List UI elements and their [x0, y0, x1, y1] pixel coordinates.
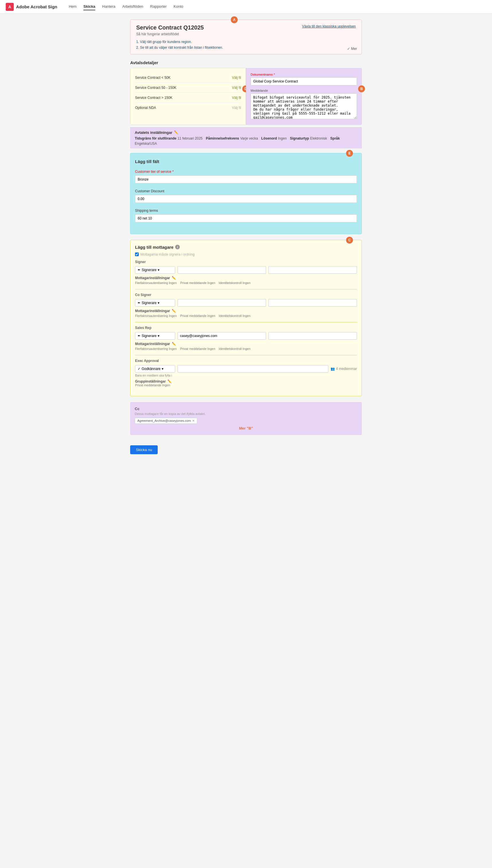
salesrep-name-input[interactable] [268, 332, 357, 339]
checkbox-label: Mottagarna måste signera i ordning [141, 252, 195, 256]
salesrep-edit-icon[interactable]: ✏️ [172, 342, 176, 346]
cosigner-details: Flerfaktorsautentisering Ingen Privat me… [135, 314, 357, 317]
doc-panel: B Dokumentnamn * Meddelande Bifogat bifo… [246, 68, 362, 125]
cc-remove-icon[interactable]: ✕ [192, 419, 195, 423]
cosigner-role-btn[interactable]: ✒ Signerare ▾ [135, 299, 175, 307]
pen-icon: ✒ [138, 268, 141, 272]
file-row-0: Service Contract < 50K Välj fil [135, 73, 241, 83]
badge-e: E [346, 150, 353, 157]
cosigner-edit-icon[interactable]: ✏️ [172, 309, 176, 313]
password-value: Ingen [278, 136, 287, 141]
badge-c: C [346, 237, 353, 244]
edit-settings-icon[interactable]: ✏️ [174, 130, 178, 134]
signer-role-btn[interactable]: ✒ Signerare ▾ [135, 266, 175, 274]
lang-key: Språk [330, 136, 340, 141]
recipient-group-signer: Signer ✒ Signerare ▾ Mottagarinställning… [135, 260, 357, 285]
avtal-section: D Service Contract < 50K Välj fil Servic… [130, 68, 362, 125]
exec-role-label: Godkännare [142, 367, 161, 371]
signer-name-input[interactable] [268, 266, 357, 274]
deadline-key: Tidsgräns för slutförande [135, 136, 176, 141]
exec-settings: Gruppinställningar ✏️ Privat meddelande … [135, 379, 357, 387]
signer-row: ✒ Signerare ▾ [135, 266, 357, 274]
file-choose-0[interactable]: Välj fil [232, 76, 241, 80]
message-textarea[interactable]: Bifogat bifogat serviceavtal för 2025. t… [251, 94, 357, 119]
separator-3 [135, 355, 357, 355]
message-label: Meddelande [251, 89, 357, 92]
exec-group-name-input[interactable] [177, 365, 328, 373]
app-logo: A Adobe Acrobat Sign [6, 3, 57, 11]
file-label-3: Optional NDA [135, 106, 156, 110]
falt-label-2: Shipping terms [135, 209, 357, 213]
falt-field-2: Shipping terms [135, 209, 357, 222]
header-more[interactable]: ✓ Mer [347, 47, 357, 51]
recipient-group-cosigner: Co Signer ✒ Signerare ▾ Mottagarinställn… [135, 293, 357, 317]
falt-field-1: Customer Discount [135, 189, 357, 203]
reminder-key: Påminnelsefrekvens [206, 136, 239, 141]
submit-button[interactable]: Skicka nu [130, 445, 158, 454]
signer-email-input[interactable] [177, 266, 266, 274]
salesrep-role-btn[interactable]: ✒ Signerare ▾ [135, 332, 175, 339]
checkbox-row: Mottagarna måste signera i ordning [135, 252, 357, 256]
nav-link-hem[interactable]: Hem [69, 3, 77, 10]
cosigner-settings-title: Mottagarinställningar ✏️ [135, 309, 357, 313]
cosigner-name-input[interactable] [268, 299, 357, 307]
file-label-0: Service Contract < 50K [135, 76, 171, 80]
falt-input-0[interactable] [135, 175, 357, 183]
settings-title-text: Avtalets inställningar [135, 130, 172, 135]
badge-b: B [358, 85, 365, 92]
check-icon: ✓ [138, 367, 141, 371]
chevron-down-icon-2: ▾ [158, 301, 159, 305]
order-checkbox[interactable] [135, 252, 139, 256]
file-choose-3[interactable]: Välj fil [232, 106, 241, 110]
file-row-3: Optional NDA Välj fil [135, 103, 241, 112]
mottagare-title-text: Lägg till mottagare [135, 245, 173, 250]
salesrep-detail-2: Identitetskontroll Ingen [219, 347, 251, 351]
exec-detail-0: Privat meddelande Ingen [135, 383, 357, 387]
falt-input-2[interactable] [135, 214, 357, 222]
nav-link-arbetsfloden[interactable]: Arbetsflöden [122, 3, 143, 10]
salesrep-row: ✒ Signerare ▾ [135, 332, 357, 339]
group-title-cosigner: Co Signer [135, 293, 357, 297]
exec-role-btn[interactable]: ✓ Godkännare ▾ [135, 365, 175, 373]
cosigner-settings: Mottagarinställningar ✏️ Flerfaktorsaute… [135, 309, 357, 317]
nav-link-konto[interactable]: Konto [173, 3, 183, 10]
salesrep-email-input[interactable] [177, 332, 266, 339]
signer-detail-2: Identitetskontroll Ingen [219, 281, 251, 285]
cc-section: Cc Dessa mottagare får en kopia av det i… [130, 402, 362, 435]
avtal-grid: D Service Contract < 50K Välj fil Servic… [130, 68, 362, 125]
group-title-signer: Signer [135, 260, 357, 264]
page-content: A Växla till den klassiska upplevelsen S… [126, 14, 366, 471]
file-row-1: Service Contract 50 - 150K Välj fil [135, 83, 241, 93]
signer-edit-icon[interactable]: ✏️ [172, 276, 176, 280]
sigtype-value: Elektronisk [310, 136, 327, 141]
file-choose-2[interactable]: Välj fil [232, 96, 241, 100]
info-icon[interactable]: i [175, 245, 180, 249]
reminder-value: Varje vecka [240, 136, 258, 141]
separator-1 [135, 289, 357, 289]
file-panel: D Service Contract < 50K Välj fil Servic… [130, 68, 246, 125]
exec-edit-icon[interactable]: ✏️ [168, 379, 172, 383]
falt-input-1[interactable] [135, 195, 357, 203]
nav-link-hantera[interactable]: Hantera [102, 3, 115, 10]
nav-link-rapporter[interactable]: Rapporter [150, 3, 167, 10]
nav-link-skicka[interactable]: Skicka [83, 3, 95, 10]
cosigner-role-label: Signerare [142, 301, 156, 305]
signer-settings-title: Mottagarinställningar ✏️ [135, 276, 357, 280]
salesrep-role-label: Signerare [142, 334, 156, 338]
people-icon: 👥 [330, 367, 335, 371]
nav-links: Hem Skicka Hantera Arbetsflöden Rapporte… [69, 3, 183, 10]
falt-section: E Lägg till fält Customer tier of servic… [130, 153, 362, 234]
cc-tag: Agreement_Archive@caseyjones.com ✕ [135, 418, 197, 424]
chevron-down-icon-4: ▾ [162, 367, 164, 371]
chevron-down-icon-3: ▾ [158, 334, 159, 338]
cosigner-detail-0: Flerfaktorsautentisering Ingen [135, 314, 177, 317]
salesrep-detail-1: Privat meddelande Ingen [180, 347, 215, 351]
cosigner-email-input[interactable] [177, 299, 266, 307]
salesrep-detail-0: Flerfaktorsautentisering Ingen [135, 347, 177, 351]
mottagare-title: Lägg till mottagare i [135, 245, 357, 250]
file-choose-1[interactable]: Välj fil [232, 86, 241, 90]
doc-name-input[interactable] [251, 77, 357, 85]
step-1: 1. Välj rätt grupp för kundens region. [136, 39, 356, 45]
doc-name-label: Dokumentnamn * [251, 73, 357, 76]
classic-link[interactable]: Växla till den klassiska upplevelsen [302, 24, 356, 28]
